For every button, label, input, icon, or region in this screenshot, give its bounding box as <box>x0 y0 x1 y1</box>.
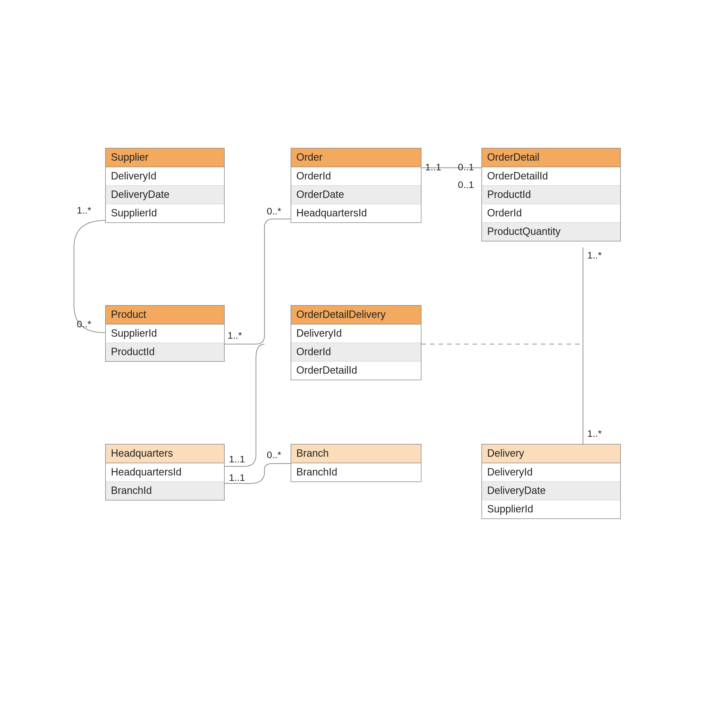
attr-row: SupplierId <box>106 324 224 343</box>
multiplicity-label: 1..* <box>587 428 602 439</box>
multiplicity-label: 1..1 <box>229 472 245 483</box>
entity-title: Delivery <box>482 445 620 463</box>
attr-row: BranchId <box>291 463 421 482</box>
attr-row: OrderId <box>291 343 421 361</box>
multiplicity-label: 1..* <box>228 330 242 341</box>
entity-title: OrderDetailDelivery <box>291 306 421 324</box>
attr-row: OrderDetailId <box>482 167 620 185</box>
multiplicity-label: 0..1 <box>458 162 474 173</box>
entity-title: Headquarters <box>106 445 224 463</box>
multiplicity-label: 1..* <box>587 250 602 261</box>
attr-row: HeadquartersId <box>106 463 224 482</box>
entity-branch: Branch BranchId <box>291 444 421 482</box>
entity-title: OrderDetail <box>482 148 620 167</box>
attr-row: HeadquartersId <box>291 204 421 222</box>
attr-row: ProductId <box>106 343 224 361</box>
entity-orderdetail: OrderDetail OrderDetailId ProductId Orde… <box>482 148 621 242</box>
multiplicity-label: 1..* <box>77 205 91 216</box>
attr-row: DeliveryDate <box>106 185 224 204</box>
edge-hq-order <box>225 344 265 466</box>
entity-product: Product SupplierId ProductId <box>105 305 225 362</box>
attr-row: DeliveryDate <box>482 482 620 500</box>
entity-title: Product <box>106 306 224 324</box>
multiplicity-label: 0..1 <box>458 179 474 190</box>
multiplicity-label: 0..* <box>77 318 91 330</box>
edge-supplier-product <box>74 220 105 333</box>
entity-order: Order OrderId OrderDate HeadquartersId <box>291 148 421 223</box>
entity-headquarters: Headquarters HeadquartersId BranchId <box>105 444 225 500</box>
attr-row: ProductQuantity <box>482 222 620 241</box>
multiplicity-label: 0..* <box>267 449 281 460</box>
multiplicity-label: 1..1 <box>229 454 245 465</box>
entity-title: Supplier <box>106 148 224 167</box>
attr-row: OrderDetailId <box>291 361 421 380</box>
attr-row: DeliveryId <box>482 463 620 482</box>
entity-title: Branch <box>291 445 421 463</box>
attr-row: SupplierId <box>106 204 224 222</box>
entity-title: Order <box>291 148 421 167</box>
attr-row: BranchId <box>106 482 224 500</box>
multiplicity-label: 0..* <box>267 206 281 217</box>
entity-delivery: Delivery DeliveryId DeliveryDate Supplie… <box>482 444 621 519</box>
attr-row: OrderId <box>291 167 421 185</box>
attr-row: DeliveryId <box>106 167 224 185</box>
entity-supplier: Supplier DeliveryId DeliveryDate Supplie… <box>105 148 225 223</box>
attr-row: SupplierId <box>482 500 620 518</box>
multiplicity-label: 1..1 <box>425 162 441 173</box>
attr-row: OrderId <box>482 204 620 222</box>
entity-orderdetaildelivery: OrderDetailDelivery DeliveryId OrderId O… <box>291 305 421 380</box>
attr-row: OrderDate <box>291 185 421 204</box>
attr-row: DeliveryId <box>291 324 421 343</box>
attr-row: ProductId <box>482 185 620 204</box>
edge-product-order <box>225 219 291 344</box>
er-diagram-canvas: Supplier DeliveryId DeliveryDate Supplie… <box>0 0 728 728</box>
